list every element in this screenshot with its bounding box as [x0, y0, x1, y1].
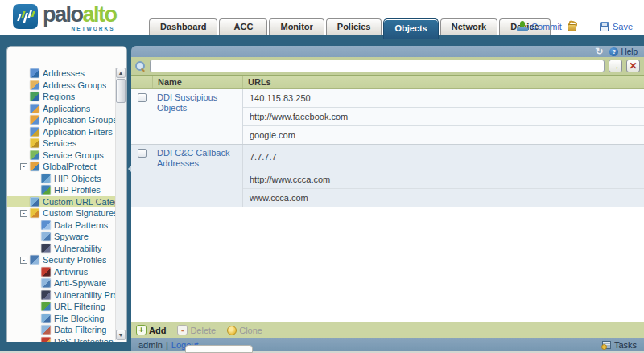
sidebar-item-label: HIP Profiles — [54, 185, 101, 195]
column-header-name[interactable]: Name — [152, 76, 242, 88]
collapse-toggle-icon[interactable]: - — [20, 210, 27, 217]
scroll-down-icon[interactable]: ▼ — [116, 330, 126, 340]
anti-spyware-icon — [41, 278, 51, 288]
application-groups-icon — [30, 115, 39, 125]
object-name-link[interactable]: DDI Suscipious Objects — [152, 89, 242, 144]
sidebar-item-custom-url-category[interactable]: Custom URL Category — [7, 196, 126, 208]
tab-monitor[interactable]: Monitor — [269, 18, 324, 35]
delete-label: Delete — [190, 326, 216, 335]
commit-button[interactable]: Commit — [517, 21, 562, 31]
row-checkbox[interactable] — [138, 149, 147, 158]
add-button[interactable]: + Add — [136, 325, 166, 335]
sidebar-item-addresses[interactable]: Addresses — [7, 68, 126, 80]
sidebar-item-application-filters[interactable]: Application Filters — [7, 126, 126, 138]
delete-button[interactable]: - Delete — [177, 325, 216, 335]
scrollbar-thumb[interactable] — [116, 79, 126, 103]
regions-icon — [30, 92, 39, 101]
url-list: 7.7.7.7http://www.ccca.comwww.ccca.com — [242, 145, 644, 207]
brand-word-dark: palo — [43, 2, 83, 27]
object-name-link[interactable]: DDI C&C Callback Addresses — [152, 145, 242, 207]
sidebar-item-services[interactable]: Services — [7, 138, 126, 150]
sidebar-item-label: Custom Signatures — [43, 208, 118, 218]
table-empty-space — [131, 207, 644, 322]
sidebar-item-anti-spyware[interactable]: Anti-Spyware — [7, 277, 126, 289]
sidebar-item-vulnerability-protection[interactable]: Vulnerability Protection — [7, 289, 126, 302]
sidebar-item-data-patterns[interactable]: Data Patterns — [7, 220, 126, 232]
sidebar-item-service-groups[interactable]: Service Groups — [7, 150, 126, 162]
sidebar-item-vulnerability[interactable]: Vulnerability — [7, 243, 126, 255]
url-list: 140.115.83.250http://www.facebook.comgoo… — [242, 89, 644, 144]
sidebar-item-label: HIP Objects — [54, 174, 101, 183]
url-value: www.ccca.com — [243, 189, 644, 207]
sidebar-item-label: Data Filtering — [54, 325, 106, 335]
vulnerability-icon — [41, 244, 51, 253]
sidebar-item-file-blocking[interactable]: File Blocking — [7, 313, 126, 325]
help-button[interactable]: ? Help — [609, 47, 638, 56]
header-actions: Commit Save — [517, 21, 633, 31]
tasks-label: Tasks — [614, 340, 637, 350]
sidebar-item-custom-signatures[interactable]: -Custom Signatures — [7, 207, 126, 220]
paloalto-logo-icon — [13, 4, 38, 29]
applications-icon — [30, 104, 39, 113]
tab-policies[interactable]: Policies — [326, 18, 382, 35]
clone-label: Clone — [239, 326, 262, 335]
hip-objects-icon — [41, 174, 51, 183]
sidebar-item-label: Vulnerability — [54, 244, 102, 253]
row-checkbox[interactable] — [138, 93, 147, 102]
addresses-icon — [30, 68, 39, 78]
brand-word-green: alto — [83, 2, 117, 27]
search-icon — [135, 61, 146, 72]
sidebar-item-security-profiles[interactable]: -Security Profiles — [7, 254, 126, 266]
tab-acc[interactable]: ACC — [219, 18, 267, 35]
sidebar-item-label: DoS Protection — [54, 337, 114, 342]
scroll-up-icon[interactable]: ▲ — [116, 68, 126, 78]
sidebar-item-label: Applications — [43, 104, 90, 113]
search-go-button[interactable]: → — [609, 60, 622, 72]
sidebar-item-applications[interactable]: Applications — [7, 103, 126, 115]
sidebar-item-address-groups[interactable]: Address Groups — [7, 80, 126, 92]
collapse-toggle-icon[interactable]: - — [20, 163, 27, 170]
sidebar-item-hip-profiles[interactable]: HIP Profiles — [7, 184, 126, 196]
sidebar-item-application-groups[interactable]: Application Groups — [7, 114, 126, 126]
tab-objects[interactable]: Objects — [383, 18, 438, 39]
url-value: http://www.ccca.com — [243, 170, 644, 189]
data-patterns-icon — [41, 220, 51, 230]
sidebar-item-regions[interactable]: Regions — [7, 91, 126, 103]
sidebar-item-spyware[interactable]: Spyware — [7, 231, 126, 243]
sidebar-item-data-filtering[interactable]: Data Filtering — [7, 324, 126, 336]
table-panel: Name URLs DDI Suscipious Objects140.115.… — [131, 75, 644, 338]
sidebar: AddressesAddress GroupsRegionsApplicatio… — [6, 46, 127, 342]
dos-protection-icon — [41, 337, 51, 342]
tab-bar: DashboardACCMonitorPoliciesObjectsNetwor… — [149, 18, 551, 35]
lock-icon[interactable] — [568, 21, 577, 31]
sidebar-item-label: Application Groups — [43, 115, 118, 125]
help-label: Help — [621, 47, 638, 56]
column-header-urls[interactable]: URLs — [242, 76, 644, 88]
search-input[interactable] — [150, 60, 605, 72]
tab-dashboard[interactable]: Dashboard — [149, 18, 217, 35]
add-icon: + — [136, 325, 147, 335]
url-value: 7.7.7.7 — [243, 145, 644, 170]
tab-network[interactable]: Network — [440, 18, 497, 35]
tasks-button[interactable]: Tasks — [602, 340, 637, 350]
add-label: Add — [149, 326, 166, 335]
sidebar-item-label: Application Filters — [43, 127, 113, 137]
sidebar-item-url-filtering[interactable]: URL Filtering — [7, 301, 126, 313]
sidebar-item-label: Antivirus — [54, 267, 88, 277]
sidebar-item-hip-objects[interactable]: HIP Objects — [7, 173, 126, 185]
refresh-icon[interactable]: ↻ — [595, 47, 603, 55]
select-all-column-header — [131, 76, 152, 88]
globalprotect-icon — [30, 162, 39, 171]
save-label: Save — [613, 22, 633, 31]
address-groups-icon — [30, 80, 39, 90]
sidebar-item-label: File Blocking — [54, 314, 104, 323]
paloalto-logo: paloalto NETWORKS — [13, 4, 117, 32]
collapse-toggle-icon[interactable]: - — [20, 257, 27, 264]
clone-button[interactable]: Clone — [227, 326, 262, 335]
sidebar-scrollbar[interactable]: ▲ ▼ — [115, 68, 126, 340]
sidebar-item-antivirus[interactable]: Antivirus — [7, 266, 126, 278]
save-button[interactable]: Save — [600, 22, 633, 31]
sidebar-item-globalprotect[interactable]: -GlobalProtect — [7, 161, 126, 173]
search-clear-button[interactable]: ✕ — [626, 60, 640, 72]
sidebar-item-dos-protection[interactable]: DoS Protection — [7, 336, 126, 343]
